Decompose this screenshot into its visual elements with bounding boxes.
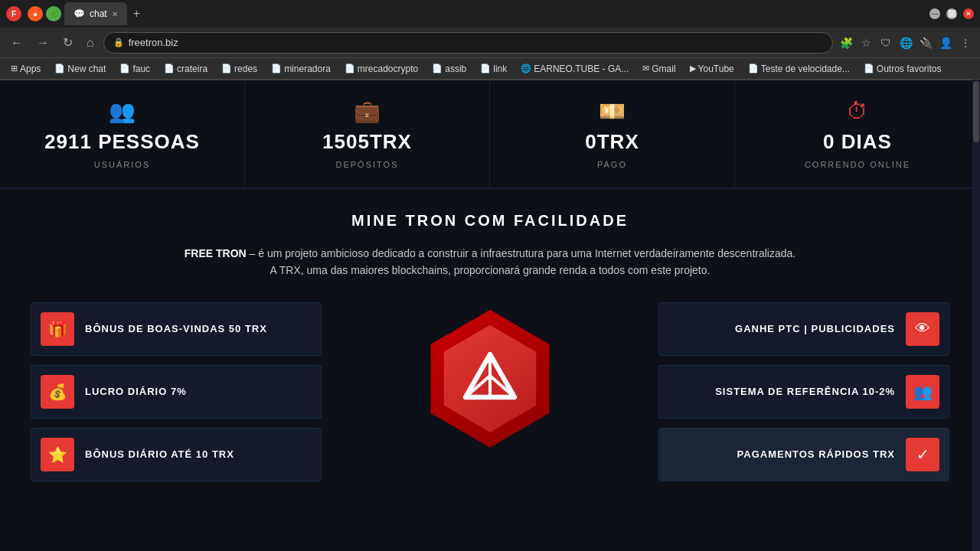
tab-icon: 💬 — [74, 8, 85, 19]
active-tab[interactable]: 💬 chat ✕ — [64, 2, 127, 25]
referral-label: SISTEMA DE REFERÊNCIA 10-2% — [675, 386, 895, 397]
features-grid: 🎁 BÔNUS DE BOAS-VINDAS 50 TRX 💰 LUCRO DI… — [31, 302, 949, 481]
deposits-label: DEPÓSITOS — [336, 160, 399, 169]
stat-card-paid: 💴 0TRX PAGO — [490, 80, 735, 187]
bookmark-redes[interactable]: 📄 redes — [217, 62, 262, 76]
toolbar: ← → ↻ ⌂ 🔒 freetron.biz 🧩 ☆ 🛡 🌐 🔌 👤 ⋮ — [0, 28, 980, 58]
shield-icon[interactable]: 🛡 — [877, 34, 894, 51]
reload-button[interactable]: ↻ — [58, 34, 77, 51]
link-icon: 📄 — [480, 64, 491, 73]
bookmark-apps[interactable]: ⊞ Apps — [6, 62, 45, 76]
puzzle-icon[interactable]: 🔌 — [917, 34, 934, 51]
lock-icon: 🔒 — [113, 37, 124, 47]
extensions-icon[interactable]: 🧩 — [838, 34, 854, 51]
browser-chrome: F ● 🌿 💬 chat ✕ + — ⬜ ✕ ← → ↻ ⌂ 🔒 freetro… — [0, 0, 980, 80]
main-content: MINE TRON COM FACILIDADE FREE TRON – é u… — [0, 189, 980, 497]
scrollbar-thumb[interactable] — [973, 81, 979, 142]
bookmarks-bar: ⊞ Apps 📄 New chat 📄 fauc 📄 crateira 📄 re… — [0, 58, 980, 80]
bookmark-mrecadocrypto[interactable]: 📄 mrecadocrypto — [340, 62, 423, 76]
bookmark-fauc[interactable]: 📄 fauc — [115, 62, 155, 76]
bookmark-gmail[interactable]: ✉ Gmail — [638, 62, 680, 76]
bookmark-youtube[interactable]: ▶ YouTube — [685, 62, 739, 76]
youtube-icon: ▶ — [690, 64, 696, 73]
users-icon: 👥 — [109, 99, 136, 124]
bookmark-assib-label: assib — [445, 64, 466, 74]
bookmark-mineradora[interactable]: 📄 mineradora — [266, 62, 335, 76]
bookmark-earneo[interactable]: 🌐 EARNEO.TUBE - GA... — [516, 62, 633, 76]
menu-icon[interactable]: ⋮ — [957, 34, 974, 51]
vpn-icon[interactable]: 🌐 — [897, 34, 914, 51]
stat-card-days: ⏱ 0 DIAS CORRENDO ONLINE — [735, 80, 980, 187]
center-logo — [322, 302, 658, 455]
browser-icon-1: F — [6, 6, 21, 21]
bookmark-earneo-label: EARNEO.TUBE - GA... — [534, 64, 629, 74]
home-button[interactable]: ⌂ — [82, 34, 99, 51]
paid-label: PAGO — [597, 160, 627, 169]
forward-button[interactable]: → — [32, 34, 54, 51]
payments-icon: ✓ — [906, 438, 939, 471]
deposits-value: 1505TRX — [322, 130, 412, 154]
section-description: FREE TRON – é um projeto ambicioso dedic… — [31, 245, 949, 279]
feature-daily-bonus: ⭐ BÔNUS DIÁRIO ATÉ 10 TRX — [31, 428, 322, 481]
paid-value: 0TRX — [585, 130, 639, 154]
days-value: 0 DIAS — [823, 130, 892, 154]
address-bar[interactable]: 🔒 freetron.biz — [103, 32, 833, 54]
feature-welcome-bonus: 🎁 BÔNUS DE BOAS-VINDAS 50 TRX — [31, 302, 322, 356]
redes-icon: 📄 — [221, 64, 232, 73]
scrollbar-track[interactable] — [972, 80, 980, 551]
url-text: freetron.biz — [129, 37, 178, 48]
earneo-icon: 🌐 — [521, 64, 531, 73]
desc-text-1: – é um projeto ambicioso dedicado a cons… — [247, 247, 796, 259]
bookmark-new-chat[interactable]: 📄 New chat — [50, 62, 110, 76]
speed-icon: 📄 — [748, 64, 759, 73]
features-right: 👁 GANHE PTC | PUBLICIDADES 👥 SISTEMA DE … — [658, 302, 949, 481]
bookmark-outros[interactable]: 📄 Outros favoritos — [859, 62, 946, 76]
fauc-icon: 📄 — [119, 64, 130, 73]
apps-icon: ⊞ — [11, 64, 18, 73]
stats-row: 👥 2911 PESSOAS USUÁRIOS 💼 1505TRX DEPÓSI… — [0, 80, 980, 189]
daily-profit-label: LUCRO DIÁRIO 7% — [85, 386, 187, 397]
tab-label: chat — [90, 8, 107, 19]
ptc-icon: 👁 — [906, 312, 939, 346]
tab-bar: F ● 🌿 💬 chat ✕ + — ⬜ ✕ — [0, 0, 980, 28]
bookmark-assib[interactable]: 📄 assib — [427, 62, 471, 76]
bookmark-redes-label: redes — [234, 64, 257, 74]
bookmark-link[interactable]: 📄 link — [475, 62, 511, 76]
bookmark-speed-label: Teste de velocidade... — [761, 64, 850, 74]
users-label: USUÁRIOS — [94, 160, 150, 169]
paid-icon: 💴 — [599, 99, 626, 124]
profile-icon[interactable]: 👤 — [937, 34, 954, 51]
bookmark-new-chat-label: New chat — [67, 64, 106, 74]
assib-icon: 📄 — [432, 64, 443, 73]
maximize-button[interactable]: ⬜ — [946, 8, 957, 19]
bookmark-apps-label: Apps — [20, 64, 41, 74]
bookmark-gmail-label: Gmail — [652, 64, 675, 74]
crateira-icon: 📄 — [164, 64, 175, 73]
bookmark-crateira[interactable]: 📄 crateira — [159, 62, 212, 76]
new-chat-icon: 📄 — [54, 64, 65, 73]
tab-close-button[interactable]: ✕ — [112, 10, 118, 18]
bookmark-speed[interactable]: 📄 Teste de velocidade... — [743, 62, 854, 76]
tron-logo-svg — [459, 348, 521, 409]
hexagon-inner — [436, 325, 544, 432]
back-button[interactable]: ← — [6, 34, 28, 51]
days-label: CORRENDO ONLINE — [805, 160, 910, 169]
feature-payments: ✓ PAGAMENTOS RÁPIDOS TRX — [658, 428, 949, 481]
bookmark-crateira-label: crateira — [177, 64, 207, 74]
bookmark-youtube-label: YouTube — [698, 64, 734, 74]
referral-icon: 👥 — [906, 375, 939, 409]
browser-icon-3: 🌿 — [46, 6, 61, 21]
minimize-button[interactable]: — — [929, 8, 940, 19]
users-value: 2911 PESSOAS — [44, 130, 200, 154]
welcome-bonus-icon: 🎁 — [41, 312, 74, 346]
stat-card-users: 👥 2911 PESSOAS USUÁRIOS — [0, 80, 245, 187]
close-button[interactable]: ✕ — [963, 8, 974, 19]
payments-label: PAGAMENTOS RÁPIDOS TRX — [675, 448, 895, 460]
gmail-icon: ✉ — [642, 64, 649, 73]
bookmark-star-icon[interactable]: ☆ — [858, 34, 874, 51]
new-tab-button[interactable]: + — [133, 7, 140, 21]
page-content: 👥 2911 PESSOAS USUÁRIOS 💼 1505TRX DEPÓSI… — [0, 80, 980, 551]
features-left: 🎁 BÔNUS DE BOAS-VINDAS 50 TRX 💰 LUCRO DI… — [31, 302, 322, 481]
toolbar-icons: 🧩 ☆ 🛡 🌐 🔌 👤 ⋮ — [838, 34, 974, 51]
daily-bonus-label: BÔNUS DIÁRIO ATÉ 10 TRX — [85, 448, 234, 460]
